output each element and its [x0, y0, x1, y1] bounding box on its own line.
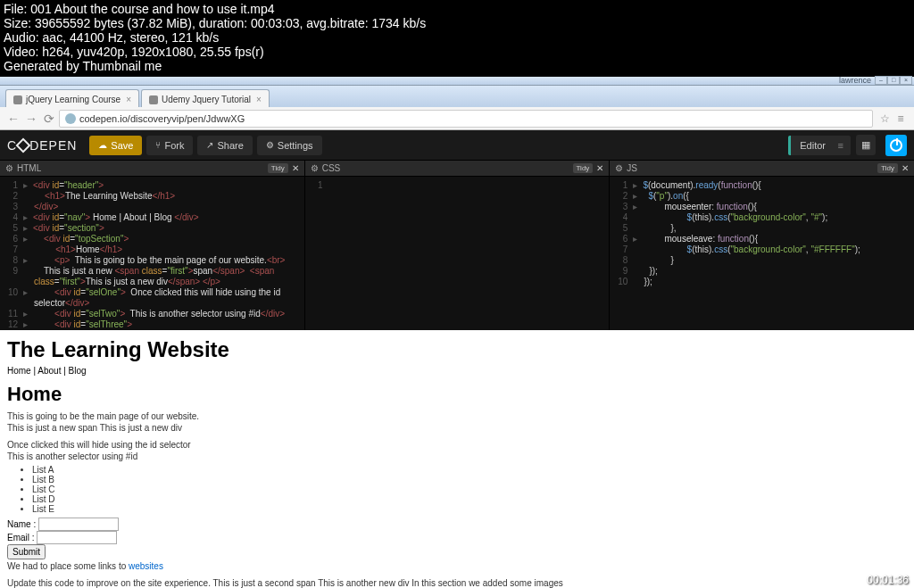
browser-titlebar: lawrence – □ × — [0, 77, 914, 86]
email-label: Email : — [7, 533, 35, 542]
pane-title: JS — [627, 163, 877, 173]
websites-link[interactable]: websites — [129, 561, 163, 571]
favicon-icon — [13, 95, 22, 104]
list-item: List B — [32, 475, 907, 484]
window-maximize-button[interactable]: □ — [887, 76, 900, 85]
pane-title: CSS — [322, 163, 573, 173]
cloud-icon: ☁ — [98, 140, 107, 150]
js-editor-pane: ⚙JSTidy✕ 1▸ $(document).ready(function()… — [610, 161, 914, 330]
section-heading: Home — [7, 383, 907, 406]
preview-nav: Home | About | Blog — [7, 366, 907, 376]
tidy-button[interactable]: Tidy — [268, 163, 288, 173]
layout-button[interactable]: ▦ — [856, 135, 876, 155]
submit-button[interactable]: Submit — [7, 544, 46, 559]
preview-pane: The Learning Website Home | About | Blog… — [0, 330, 914, 588]
preview-list: List A List B List C List D List E — [32, 465, 907, 514]
gear-icon[interactable]: ⚙ — [311, 163, 319, 173]
preview-text: This is another selector using #id — [7, 451, 907, 461]
html-editor-pane: ⚙HTMLTidy✕ 1▸ <div id="header"> 2 <h1>Th… — [0, 161, 305, 330]
html-code-editor[interactable]: 1▸ <div id="header"> 2 <h1>The Learning … — [0, 177, 304, 330]
forward-button[interactable]: → — [23, 111, 39, 127]
preview-text: Once clicked this will hide using the id… — [7, 440, 907, 450]
preview-text: Update this code to improve on the site … — [7, 578, 907, 588]
page-title: The Learning Website — [7, 337, 907, 362]
close-icon[interactable]: ✕ — [596, 163, 603, 173]
address-bar[interactable]: codepen.io/discoveryvip/pen/JdwwXG — [59, 110, 873, 128]
favicon-icon — [149, 95, 158, 104]
fork-icon: ⑂ — [155, 140, 161, 150]
overlay-file: File: 001 About the course and how to us… — [4, 2, 910, 16]
css-editor-pane: ⚙CSSTidy✕ 1 — [305, 161, 611, 330]
list-item: List D — [32, 494, 907, 504]
browser-tab[interactable]: jQuery Learning Course× — [5, 89, 139, 107]
fork-label: Fork — [164, 140, 184, 151]
tab-title: jQuery Learning Course — [26, 95, 120, 104]
globe-icon — [65, 113, 76, 124]
list-item: List A — [32, 465, 907, 475]
preview-text: This is going to be the main page of our… — [7, 411, 907, 421]
close-icon[interactable]: ✕ — [292, 163, 299, 173]
reload-button[interactable]: ⟳ — [41, 111, 57, 127]
gear-icon[interactable]: ⚙ — [5, 163, 13, 173]
gear-icon: ⚙ — [266, 140, 274, 150]
window-minimize-button[interactable]: – — [875, 76, 887, 85]
settings-label: Settings — [278, 140, 313, 151]
share-button[interactable]: ↗Share — [197, 136, 252, 155]
menu-icon[interactable]: ≡ — [893, 111, 909, 127]
js-code-editor[interactable]: 1▸ $(document).ready(function(){ 2▸ $("p… — [610, 177, 914, 330]
bookmark-icon[interactable]: ☆ — [877, 111, 893, 127]
tab-close-icon[interactable]: × — [126, 95, 131, 104]
back-button[interactable]: ← — [5, 111, 21, 127]
share-icon: ↗ — [206, 140, 213, 150]
browser-tabstrip: jQuery Learning Course× Udemy Jquery Tut… — [0, 86, 914, 107]
overlay-size: Size: 39655592 bytes (37.82 MiB), durati… — [4, 16, 910, 30]
close-icon[interactable]: ✕ — [902, 163, 909, 173]
list-item: List E — [32, 504, 907, 514]
window-close-button[interactable]: × — [900, 76, 912, 85]
overlay-generator: Generated by Thumbnail me — [4, 59, 910, 73]
view-selector[interactable]: Editor — [788, 136, 851, 155]
name-input[interactable] — [38, 518, 119, 531]
window-controls: – □ × — [875, 76, 912, 85]
codepen-header: CDEPEN ☁Save ⑂Fork ↗Share ⚙Settings Edit… — [0, 130, 914, 161]
url-text: codepen.io/discoveryvip/pen/JdwwXG — [79, 113, 245, 124]
browser-toolbar: ← → ⟳ codepen.io/discoveryvip/pen/JdwwXG… — [0, 107, 914, 130]
user-avatar[interactable] — [885, 135, 907, 156]
codepen-logo: CDEPEN — [7, 138, 77, 153]
pane-title: HTML — [17, 163, 268, 173]
tidy-button[interactable]: Tidy — [573, 163, 594, 173]
video-metadata-overlay: File: 001 About the course and how to us… — [0, 0, 914, 77]
css-code-editor[interactable]: 1 — [305, 177, 610, 330]
fork-button[interactable]: ⑂Fork — [146, 136, 193, 155]
tab-title: Udemy Jquery Tutorial — [162, 95, 251, 104]
browser-tab[interactable]: Udemy Jquery Tutorial× — [141, 89, 270, 107]
name-label: Name : — [7, 519, 36, 529]
gear-icon[interactable]: ⚙ — [615, 163, 623, 173]
tidy-button[interactable]: Tidy — [877, 163, 898, 173]
tab-close-icon[interactable]: × — [256, 95, 262, 104]
preview-text: We had to place some links to websites — [7, 561, 907, 571]
overlay-audio: Audio: aac, 44100 Hz, stereo, 121 kb/s — [4, 30, 910, 45]
list-item: List C — [32, 484, 907, 494]
email-input[interactable] — [37, 531, 117, 544]
overlay-video: Video: h264, yuv420p, 1920x1080, 25.55 f… — [4, 45, 910, 59]
preview-text: This is just a new span This is just a n… — [7, 423, 907, 433]
save-button[interactable]: ☁Save — [89, 136, 142, 155]
settings-button[interactable]: ⚙Settings — [257, 136, 322, 155]
power-icon — [890, 139, 902, 152]
browser-user-label: lawrence — [839, 76, 871, 85]
save-label: Save — [111, 140, 133, 151]
video-timestamp: 00:01:36 — [867, 574, 909, 586]
share-label: Share — [217, 140, 243, 151]
